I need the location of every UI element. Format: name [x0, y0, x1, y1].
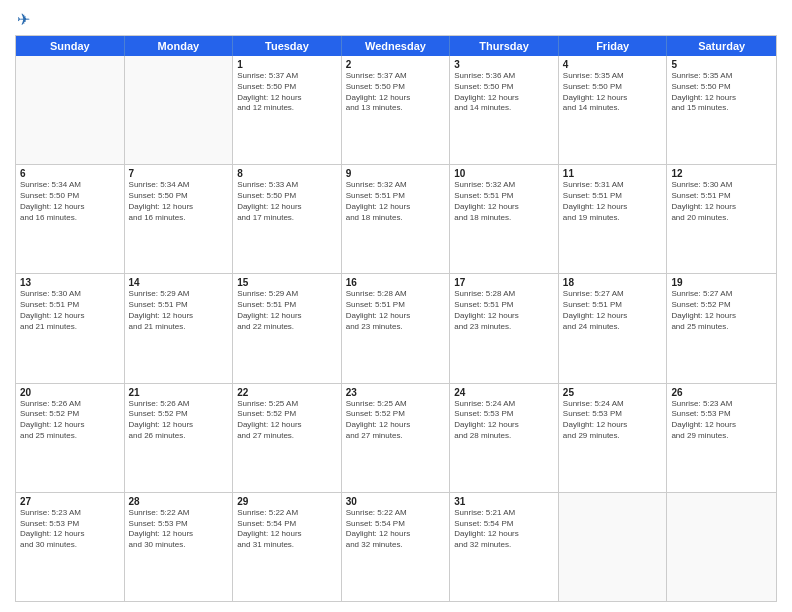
day-number: 3: [454, 59, 554, 70]
day-number: 22: [237, 387, 337, 398]
header: ✈: [15, 10, 777, 27]
calendar-cell-1: 1Sunrise: 5:37 AM Sunset: 5:50 PM Daylig…: [233, 56, 342, 164]
day-info: Sunrise: 5:26 AM Sunset: 5:52 PM Dayligh…: [129, 399, 229, 442]
day-number: 12: [671, 168, 772, 179]
calendar-cell-12: 12Sunrise: 5:30 AM Sunset: 5:51 PM Dayli…: [667, 165, 776, 273]
calendar-page: ✈ SundayMondayTuesdayWednesdayThursdayFr…: [0, 0, 792, 612]
calendar-cell-17: 17Sunrise: 5:28 AM Sunset: 5:51 PM Dayli…: [450, 274, 559, 382]
calendar-week-1: 1Sunrise: 5:37 AM Sunset: 5:50 PM Daylig…: [16, 56, 776, 165]
calendar-cell-21: 21Sunrise: 5:26 AM Sunset: 5:52 PM Dayli…: [125, 384, 234, 492]
logo: ✈: [15, 10, 30, 27]
calendar-cell-2: 2Sunrise: 5:37 AM Sunset: 5:50 PM Daylig…: [342, 56, 451, 164]
day-number: 28: [129, 496, 229, 507]
calendar-week-4: 20Sunrise: 5:26 AM Sunset: 5:52 PM Dayli…: [16, 384, 776, 493]
calendar-header-row: SundayMondayTuesdayWednesdayThursdayFrid…: [16, 36, 776, 56]
day-info: Sunrise: 5:36 AM Sunset: 5:50 PM Dayligh…: [454, 71, 554, 114]
calendar-cell-28: 28Sunrise: 5:22 AM Sunset: 5:53 PM Dayli…: [125, 493, 234, 601]
day-info: Sunrise: 5:32 AM Sunset: 5:51 PM Dayligh…: [454, 180, 554, 223]
calendar-cell-29: 29Sunrise: 5:22 AM Sunset: 5:54 PM Dayli…: [233, 493, 342, 601]
day-info: Sunrise: 5:31 AM Sunset: 5:51 PM Dayligh…: [563, 180, 663, 223]
calendar-cell-7: 7Sunrise: 5:34 AM Sunset: 5:50 PM Daylig…: [125, 165, 234, 273]
calendar-cell-27: 27Sunrise: 5:23 AM Sunset: 5:53 PM Dayli…: [16, 493, 125, 601]
day-number: 6: [20, 168, 120, 179]
calendar-cell-4: 4Sunrise: 5:35 AM Sunset: 5:50 PM Daylig…: [559, 56, 668, 164]
day-info: Sunrise: 5:35 AM Sunset: 5:50 PM Dayligh…: [671, 71, 772, 114]
day-number: 7: [129, 168, 229, 179]
day-info: Sunrise: 5:34 AM Sunset: 5:50 PM Dayligh…: [20, 180, 120, 223]
day-number: 16: [346, 277, 446, 288]
day-number: 10: [454, 168, 554, 179]
day-number: 8: [237, 168, 337, 179]
calendar-body: 1Sunrise: 5:37 AM Sunset: 5:50 PM Daylig…: [16, 56, 776, 601]
day-number: 27: [20, 496, 120, 507]
day-number: 26: [671, 387, 772, 398]
day-info: Sunrise: 5:32 AM Sunset: 5:51 PM Dayligh…: [346, 180, 446, 223]
day-info: Sunrise: 5:28 AM Sunset: 5:51 PM Dayligh…: [454, 289, 554, 332]
day-number: 5: [671, 59, 772, 70]
calendar-cell-empty-4-5: [559, 493, 668, 601]
day-info: Sunrise: 5:27 AM Sunset: 5:52 PM Dayligh…: [671, 289, 772, 332]
day-number: 29: [237, 496, 337, 507]
day-number: 25: [563, 387, 663, 398]
calendar-cell-10: 10Sunrise: 5:32 AM Sunset: 5:51 PM Dayli…: [450, 165, 559, 273]
day-info: Sunrise: 5:33 AM Sunset: 5:50 PM Dayligh…: [237, 180, 337, 223]
calendar-cell-empty-0-0: [16, 56, 125, 164]
day-number: 4: [563, 59, 663, 70]
calendar-cell-30: 30Sunrise: 5:22 AM Sunset: 5:54 PM Dayli…: [342, 493, 451, 601]
day-number: 13: [20, 277, 120, 288]
day-info: Sunrise: 5:26 AM Sunset: 5:52 PM Dayligh…: [20, 399, 120, 442]
day-number: 17: [454, 277, 554, 288]
day-info: Sunrise: 5:22 AM Sunset: 5:54 PM Dayligh…: [346, 508, 446, 551]
calendar-cell-11: 11Sunrise: 5:31 AM Sunset: 5:51 PM Dayli…: [559, 165, 668, 273]
header-day-thursday: Thursday: [450, 36, 559, 56]
calendar-week-3: 13Sunrise: 5:30 AM Sunset: 5:51 PM Dayli…: [16, 274, 776, 383]
header-day-friday: Friday: [559, 36, 668, 56]
calendar-cell-empty-0-1: [125, 56, 234, 164]
day-info: Sunrise: 5:25 AM Sunset: 5:52 PM Dayligh…: [237, 399, 337, 442]
calendar: SundayMondayTuesdayWednesdayThursdayFrid…: [15, 35, 777, 602]
day-info: Sunrise: 5:30 AM Sunset: 5:51 PM Dayligh…: [671, 180, 772, 223]
header-day-saturday: Saturday: [667, 36, 776, 56]
day-number: 31: [454, 496, 554, 507]
calendar-cell-13: 13Sunrise: 5:30 AM Sunset: 5:51 PM Dayli…: [16, 274, 125, 382]
day-info: Sunrise: 5:24 AM Sunset: 5:53 PM Dayligh…: [563, 399, 663, 442]
header-day-wednesday: Wednesday: [342, 36, 451, 56]
day-info: Sunrise: 5:23 AM Sunset: 5:53 PM Dayligh…: [20, 508, 120, 551]
day-number: 20: [20, 387, 120, 398]
calendar-cell-20: 20Sunrise: 5:26 AM Sunset: 5:52 PM Dayli…: [16, 384, 125, 492]
calendar-cell-25: 25Sunrise: 5:24 AM Sunset: 5:53 PM Dayli…: [559, 384, 668, 492]
calendar-week-5: 27Sunrise: 5:23 AM Sunset: 5:53 PM Dayli…: [16, 493, 776, 601]
calendar-cell-5: 5Sunrise: 5:35 AM Sunset: 5:50 PM Daylig…: [667, 56, 776, 164]
header-day-sunday: Sunday: [16, 36, 125, 56]
day-number: 2: [346, 59, 446, 70]
calendar-cell-26: 26Sunrise: 5:23 AM Sunset: 5:53 PM Dayli…: [667, 384, 776, 492]
day-number: 9: [346, 168, 446, 179]
day-info: Sunrise: 5:27 AM Sunset: 5:51 PM Dayligh…: [563, 289, 663, 332]
day-info: Sunrise: 5:30 AM Sunset: 5:51 PM Dayligh…: [20, 289, 120, 332]
day-number: 1: [237, 59, 337, 70]
calendar-cell-14: 14Sunrise: 5:29 AM Sunset: 5:51 PM Dayli…: [125, 274, 234, 382]
day-info: Sunrise: 5:37 AM Sunset: 5:50 PM Dayligh…: [346, 71, 446, 114]
calendar-cell-8: 8Sunrise: 5:33 AM Sunset: 5:50 PM Daylig…: [233, 165, 342, 273]
calendar-cell-24: 24Sunrise: 5:24 AM Sunset: 5:53 PM Dayli…: [450, 384, 559, 492]
day-info: Sunrise: 5:22 AM Sunset: 5:53 PM Dayligh…: [129, 508, 229, 551]
calendar-cell-6: 6Sunrise: 5:34 AM Sunset: 5:50 PM Daylig…: [16, 165, 125, 273]
day-number: 30: [346, 496, 446, 507]
calendar-cell-18: 18Sunrise: 5:27 AM Sunset: 5:51 PM Dayli…: [559, 274, 668, 382]
day-info: Sunrise: 5:21 AM Sunset: 5:54 PM Dayligh…: [454, 508, 554, 551]
header-day-monday: Monday: [125, 36, 234, 56]
day-number: 15: [237, 277, 337, 288]
day-info: Sunrise: 5:25 AM Sunset: 5:52 PM Dayligh…: [346, 399, 446, 442]
calendar-cell-empty-4-6: [667, 493, 776, 601]
calendar-cell-9: 9Sunrise: 5:32 AM Sunset: 5:51 PM Daylig…: [342, 165, 451, 273]
day-number: 19: [671, 277, 772, 288]
day-info: Sunrise: 5:35 AM Sunset: 5:50 PM Dayligh…: [563, 71, 663, 114]
day-number: 18: [563, 277, 663, 288]
day-number: 21: [129, 387, 229, 398]
day-info: Sunrise: 5:37 AM Sunset: 5:50 PM Dayligh…: [237, 71, 337, 114]
logo-icon: ✈: [17, 10, 30, 29]
day-info: Sunrise: 5:22 AM Sunset: 5:54 PM Dayligh…: [237, 508, 337, 551]
calendar-cell-31: 31Sunrise: 5:21 AM Sunset: 5:54 PM Dayli…: [450, 493, 559, 601]
calendar-cell-3: 3Sunrise: 5:36 AM Sunset: 5:50 PM Daylig…: [450, 56, 559, 164]
calendar-week-2: 6Sunrise: 5:34 AM Sunset: 5:50 PM Daylig…: [16, 165, 776, 274]
